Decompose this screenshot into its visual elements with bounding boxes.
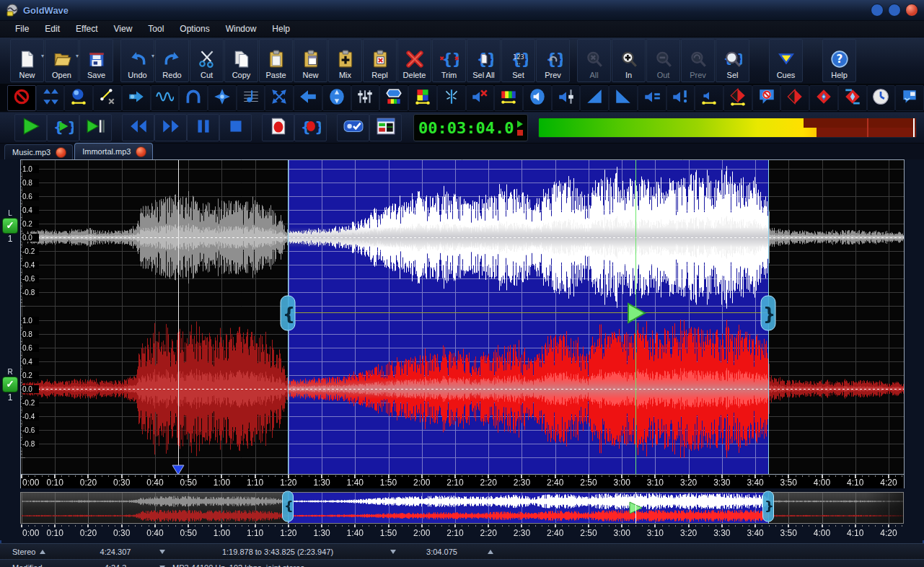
- tab-music-mp3[interactable]: Music.mp3: [4, 144, 73, 159]
- stereo-field-effect-button[interactable]: [838, 85, 867, 111]
- new-file-new-button[interactable]: New▾: [10, 39, 44, 82]
- minimize-button[interactable]: [871, 4, 884, 17]
- fade-out-effect-button[interactable]: [609, 85, 638, 111]
- mapper-effect-button[interactable]: [93, 85, 122, 111]
- trim-trim-braces-button[interactable]: {}Trim: [432, 39, 466, 82]
- fast-forward-button[interactable]: [154, 114, 187, 141]
- fade-in-effect-button[interactable]: [580, 85, 609, 111]
- noise-reduction-effect-button[interactable]: [752, 85, 781, 111]
- pause-button[interactable]: [187, 114, 219, 141]
- shape-volume-effect-button[interactable]: [695, 85, 723, 111]
- spectrum-effect-button[interactable]: [494, 85, 523, 111]
- menu-effect[interactable]: Effect: [68, 22, 105, 35]
- volume-effect-button[interactable]: [523, 85, 552, 111]
- in-zoom-in-button[interactable]: In: [612, 39, 646, 82]
- invert-effect-button[interactable]: [179, 85, 208, 111]
- reverse-effect-button[interactable]: [294, 85, 322, 111]
- menu-window[interactable]: Window: [218, 22, 265, 35]
- toolbar-button-label: Undo: [128, 71, 146, 79]
- visuals-button[interactable]: [369, 114, 402, 141]
- level-meter-headroom-bottom: [817, 128, 916, 137]
- interpolate-effect-button[interactable]: [408, 85, 437, 111]
- help-help-question-button[interactable]: ?Help: [822, 39, 856, 82]
- dropdown-arrow-icon[interactable]: ▾: [76, 53, 79, 59]
- sel-all-select-all-braces-button[interactable]: {}Sel All: [467, 39, 501, 82]
- right-channel-checkbox[interactable]: ✓: [2, 377, 18, 392]
- tab-immortal-mp3[interactable]: Immortal.mp3: [74, 143, 153, 159]
- tab-close-button[interactable]: [136, 146, 146, 157]
- equalizer-icon: [356, 87, 374, 109]
- selection-range-down-arrow[interactable]: [390, 550, 396, 554]
- maximize-button[interactable]: [888, 4, 901, 17]
- monitor-icon: [343, 117, 364, 139]
- equalizer-effect-button[interactable]: [351, 85, 380, 111]
- doppler-effect-button[interactable]: [64, 85, 93, 111]
- menu-file[interactable]: File: [7, 22, 37, 35]
- match-volume-effect-button[interactable]: [638, 85, 666, 111]
- tab-close-button[interactable]: [56, 147, 66, 158]
- close-button[interactable]: [905, 4, 918, 17]
- rewind-button[interactable]: [122, 114, 154, 141]
- waveform-canvas[interactable]: [0, 159, 924, 490]
- maximize-volume-effect-button[interactable]: [666, 85, 695, 111]
- delete-delete-cross-button[interactable]: Delete: [397, 39, 431, 82]
- adjust-updown-effect-button[interactable]: [36, 85, 65, 111]
- prev-previous-braces-button[interactable]: {}Prev: [536, 39, 570, 82]
- left-channel-checkbox[interactable]: ✓: [2, 218, 18, 234]
- prev-zoom-previous-button[interactable]: Prev: [681, 39, 715, 82]
- all-zoom-all-button[interactable]: All: [577, 39, 611, 82]
- filter-effect-button[interactable]: [237, 85, 265, 111]
- copy-copy-pages-button[interactable]: Copy: [224, 39, 258, 82]
- overview-canvas[interactable]: [0, 490, 924, 540]
- echo-effect-button[interactable]: [208, 85, 237, 111]
- cues-cues-marker-button[interactable]: Cues: [769, 39, 803, 82]
- play-button[interactable]: [14, 114, 47, 141]
- mechanize-effect-button[interactable]: [265, 85, 294, 111]
- dropdown-arrow-icon[interactable]: ▾: [41, 53, 44, 59]
- total-length: 4:24.307: [100, 548, 131, 556]
- cut-scissors-button[interactable]: Cut: [190, 39, 224, 82]
- set-set-braces-button[interactable]: {}123..Set: [501, 39, 535, 82]
- selection-range: 1:19.878 to 3:43.825 (2:23.947): [222, 548, 333, 556]
- pitch-effect-button[interactable]: [322, 85, 351, 111]
- redo-redo-arrow-button[interactable]: Redo: [155, 39, 189, 82]
- change-volume-effect-button[interactable]: [552, 85, 581, 111]
- menu-tool[interactable]: Tool: [140, 22, 172, 35]
- playback-position-up-arrow[interactable]: [488, 550, 493, 554]
- dropdown-arrow-icon[interactable]: ▾: [151, 53, 154, 59]
- spectrum-filter-effect-button[interactable]: [379, 85, 408, 111]
- sel-zoom-selection-button[interactable]: {}Sel: [716, 39, 749, 82]
- smoother-effect-button[interactable]: [437, 85, 466, 111]
- remote-monitor-effect-button[interactable]: [895, 85, 924, 111]
- menu-options[interactable]: Options: [172, 22, 217, 35]
- total-length-down-arrow[interactable]: [159, 550, 165, 554]
- play-to-end-button[interactable]: [79, 114, 112, 141]
- playback-rate-effect-button[interactable]: [867, 85, 896, 111]
- prohibit-effect-button[interactable]: [7, 85, 36, 111]
- paste-clipboard-paste-button[interactable]: Paste: [259, 39, 293, 82]
- out-zoom-out-button[interactable]: Out: [646, 39, 680, 82]
- center-channel-icon: [786, 87, 804, 109]
- undo-undo-arrow-button[interactable]: Undo▾: [120, 39, 154, 82]
- menu-view[interactable]: View: [106, 22, 141, 35]
- menu-help[interactable]: Help: [264, 22, 298, 35]
- monitor-button[interactable]: [337, 114, 369, 141]
- pan-effect-button[interactable]: [723, 85, 752, 111]
- record-button[interactable]: [262, 114, 294, 141]
- record-selection-button[interactable]: {}: [294, 114, 327, 141]
- stop-button[interactable]: [219, 114, 252, 141]
- reduce-vocals-effect-button[interactable]: [809, 85, 838, 111]
- redo-arrow-icon: [163, 48, 182, 71]
- new-clipboard-new-button[interactable]: New: [294, 39, 327, 82]
- offset-effect-button[interactable]: [122, 85, 151, 111]
- noise-gate-effect-button[interactable]: [466, 85, 495, 111]
- center-channel-effect-button[interactable]: [780, 85, 809, 111]
- save-floppy-save-button[interactable]: Save: [79, 39, 113, 82]
- repl-clipboard-replace-button[interactable]: Repl: [363, 39, 397, 82]
- mix-clipboard-mix-button[interactable]: Mix: [328, 39, 362, 82]
- flanger-effect-button[interactable]: [151, 85, 180, 111]
- channel-mode-up-arrow[interactable]: [40, 550, 45, 554]
- open-folder-open-button[interactable]: Open▾: [45, 39, 79, 82]
- play-selection-button[interactable]: {}: [47, 114, 79, 141]
- menu-edit[interactable]: Edit: [37, 22, 68, 35]
